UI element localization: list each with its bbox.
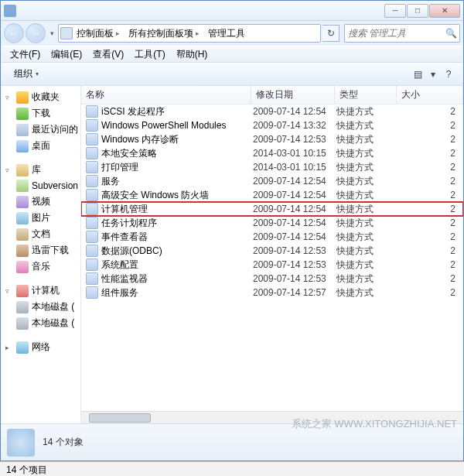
- menu-help[interactable]: 帮助(H): [172, 46, 213, 63]
- file-name: iSCSI 发起程序: [101, 105, 253, 118]
- refresh-button[interactable]: ↻: [322, 25, 339, 42]
- file-date: 2014-03-01 10:15: [253, 148, 336, 159]
- shortcut-icon: [86, 259, 98, 271]
- sidebar-videos[interactable]: 视频: [1, 193, 80, 210]
- file-row[interactable]: 系统配置2009-07-14 12:53快捷方式2: [81, 258, 463, 272]
- sidebar-computer[interactable]: ▿计算机: [1, 283, 80, 299]
- column-size[interactable]: 大小: [397, 86, 463, 104]
- sidebar-music[interactable]: 音乐: [1, 259, 80, 275]
- scrollbar-thumb[interactable]: [89, 413, 151, 423]
- file-row[interactable]: 组件服务2009-07-14 12:57快捷方式2: [81, 286, 463, 300]
- file-name: 性能监视器: [101, 272, 253, 286]
- expand-icon[interactable]: ▸: [5, 344, 13, 351]
- view-mode-button[interactable]: ▤: [408, 66, 428, 83]
- column-name[interactable]: 名称: [81, 86, 251, 104]
- file-name: Windows 内存诊断: [101, 133, 253, 146]
- chevron-icon[interactable]: ▸: [116, 29, 120, 37]
- back-button[interactable]: ←: [4, 23, 24, 43]
- file-size: 2: [398, 106, 463, 117]
- file-name: 事件查看器: [101, 231, 253, 244]
- maximize-button[interactable]: □: [407, 4, 428, 18]
- file-size: 2: [398, 120, 463, 131]
- file-type: 快捷方式: [336, 147, 398, 160]
- sidebar-recent[interactable]: 最近访问的: [1, 122, 80, 138]
- file-date: 2009-07-14 12:54: [253, 217, 336, 228]
- address-bar[interactable]: 控制面板▸ 所有控制面板项▸ 管理工具: [58, 24, 321, 43]
- body: ▿收藏夹 下载 最近访问的 桌面 ▿库 Subversion 视频 图片 文档 …: [1, 86, 463, 423]
- star-icon: [16, 91, 29, 104]
- sidebar-disk-2[interactable]: 本地磁盘 (: [1, 315, 80, 331]
- menu-tools[interactable]: 工具(T): [130, 46, 169, 63]
- search-input[interactable]: [348, 28, 445, 39]
- chevron-icon[interactable]: ▸: [196, 29, 200, 37]
- organize-button[interactable]: 组织 ▾: [5, 64, 47, 84]
- file-name: 任务计划程序: [101, 217, 253, 230]
- file-row[interactable]: 事件查看器2009-07-14 12:54快捷方式2: [81, 230, 463, 244]
- sidebar-downloads[interactable]: 下载: [1, 105, 80, 122]
- sidebar-xunlei[interactable]: 迅雷下载: [1, 242, 80, 259]
- shortcut-icon: [86, 286, 98, 299]
- folder-icon: [16, 180, 29, 192]
- collapse-icon[interactable]: ▿: [5, 94, 13, 101]
- file-row[interactable]: 性能监视器2009-07-14 12:53快捷方式2: [81, 272, 463, 286]
- file-row[interactable]: Windows 内存诊断2009-07-14 12:53快捷方式2: [81, 132, 463, 146]
- file-date: 2009-07-14 12:57: [253, 287, 336, 298]
- explorer-window: ─ □ ✕ ← → ▾ 控制面板▸ 所有控制面板项▸ 管理工具 ↻ 🔍 文件(F…: [0, 0, 464, 461]
- library-icon: [16, 164, 29, 176]
- file-name: 计算机管理: [101, 203, 253, 216]
- file-row[interactable]: iSCSI 发起程序2009-07-14 12:54快捷方式2: [81, 104, 463, 118]
- file-list[interactable]: iSCSI 发起程序2009-07-14 12:54快捷方式2Windows P…: [81, 104, 463, 411]
- file-date: 2009-07-14 13:32: [253, 120, 336, 131]
- view-mode-dropdown[interactable]: ▾: [428, 66, 438, 83]
- file-name: 本地安全策略: [101, 147, 253, 160]
- sidebar-libraries[interactable]: ▿库: [1, 162, 80, 178]
- file-row[interactable]: Windows PowerShell Modules2009-07-14 13:…: [81, 118, 463, 132]
- forward-button[interactable]: →: [26, 23, 46, 43]
- menu-view[interactable]: 查看(V): [88, 46, 128, 63]
- menu-file[interactable]: 文件(F): [5, 46, 45, 63]
- recent-icon: [16, 124, 29, 136]
- file-row[interactable]: 数据源(ODBC)2009-07-14 12:53快捷方式2: [81, 244, 463, 258]
- minimize-button[interactable]: ─: [384, 4, 406, 18]
- history-dropdown[interactable]: ▾: [47, 26, 56, 41]
- file-size: 2: [398, 176, 463, 187]
- breadcrumb-seg-3[interactable]: 管理工具: [206, 25, 247, 42]
- sidebar-desktop[interactable]: 桌面: [1, 138, 80, 154]
- collapse-icon[interactable]: ▿: [5, 287, 13, 295]
- sidebar-pictures[interactable]: 图片: [1, 210, 80, 226]
- sidebar-favorites[interactable]: ▿收藏夹: [1, 89, 80, 105]
- search-box[interactable]: 🔍: [344, 24, 460, 43]
- file-type: 快捷方式: [336, 189, 398, 202]
- file-type: 快捷方式: [336, 286, 398, 300]
- file-row[interactable]: 本地安全策略2014-03-01 10:15快捷方式2: [81, 146, 463, 160]
- file-row[interactable]: 服务2009-07-14 12:54快捷方式2: [81, 174, 463, 188]
- file-row[interactable]: 任务计划程序2009-07-14 12:54快捷方式2: [81, 216, 463, 230]
- file-name: 服务: [101, 175, 253, 188]
- titlebar[interactable]: ─ □ ✕: [1, 1, 463, 21]
- file-type: 快捷方式: [336, 119, 398, 132]
- file-type: 快捷方式: [336, 272, 398, 286]
- file-row[interactable]: 计算机管理2009-07-14 12:54快捷方式2: [81, 202, 463, 216]
- file-row[interactable]: 打印管理2014-03-01 10:15快捷方式2: [81, 160, 463, 174]
- file-name: 打印管理: [101, 161, 253, 174]
- shortcut-icon: [86, 272, 98, 285]
- file-row[interactable]: 高级安全 Windows 防火墙2009-07-14 12:54快捷方式2: [81, 188, 463, 202]
- help-button[interactable]: ?: [438, 66, 459, 83]
- column-type[interactable]: 类型: [335, 86, 397, 104]
- breadcrumb-seg-2[interactable]: 所有控制面板项▸: [126, 25, 204, 42]
- sidebar-disk-1[interactable]: 本地磁盘 (: [1, 299, 80, 315]
- sidebar-documents[interactable]: 文档: [1, 226, 80, 242]
- column-date[interactable]: 修改日期: [251, 86, 335, 104]
- menu-edit[interactable]: 编辑(E): [46, 46, 87, 63]
- sidebar-subversion[interactable]: Subversion: [1, 178, 80, 193]
- network-icon: [16, 341, 29, 354]
- column-headers: 名称 修改日期 类型 大小: [81, 86, 463, 104]
- search-icon[interactable]: 🔍: [445, 28, 456, 39]
- close-button[interactable]: ✕: [429, 4, 460, 18]
- collapse-icon[interactable]: ▿: [5, 166, 13, 174]
- menubar: 文件(F) 编辑(E) 查看(V) 工具(T) 帮助(H): [1, 46, 463, 63]
- horizontal-scrollbar[interactable]: [81, 411, 463, 423]
- sidebar-network[interactable]: ▸网络: [1, 339, 80, 355]
- breadcrumb-seg-1[interactable]: 控制面板▸: [74, 25, 125, 42]
- file-date: 2009-07-14 12:54: [253, 231, 336, 242]
